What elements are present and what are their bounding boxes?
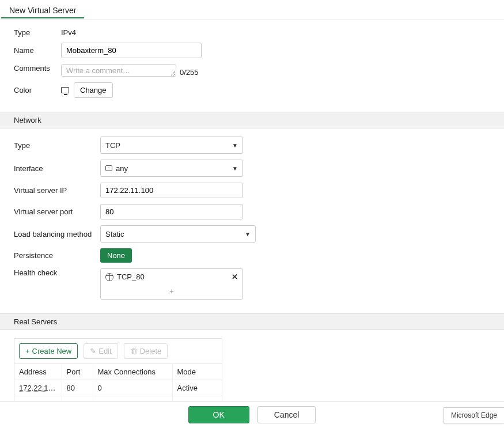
name-input[interactable] — [61, 43, 202, 58]
chevron-down-icon: ▼ — [245, 231, 251, 237]
network-header: Network — [0, 112, 504, 128]
persistence-chip[interactable]: None — [100, 248, 132, 263]
vip-label: Virtual server IP — [14, 186, 100, 195]
cell-port: 80 — [62, 380, 93, 396]
create-new-label: Create New — [32, 347, 72, 355]
net-type-select[interactable]: TCP ▼ — [100, 137, 243, 154]
delete-label: Delete — [140, 347, 162, 355]
lb-method-label: Load balancing method — [14, 230, 100, 238]
realservers-header: Real Servers — [0, 313, 504, 330]
vip-input[interactable] — [100, 183, 243, 198]
cell-maxconn: 0 — [93, 380, 172, 396]
type-value: IPv4 — [61, 28, 76, 37]
col-port[interactable]: Port — [62, 364, 93, 380]
cell-address: 172.22.11… — [14, 380, 62, 396]
net-type-value: TCP — [105, 141, 120, 150]
edit-button[interactable]: ✎ Edit — [84, 343, 118, 359]
chevron-down-icon: ▼ — [232, 142, 238, 149]
lb-method-value: Static — [105, 230, 124, 238]
trash-icon: 🗑 — [130, 347, 138, 355]
color-label: Color — [14, 86, 61, 94]
vport-label: Virtual server port — [14, 207, 100, 216]
edit-label: Edit — [98, 347, 111, 355]
name-label: Name — [14, 46, 61, 55]
interface-select[interactable]: any ▼ — [100, 160, 243, 177]
browser-tooltip: Microsoft Edge — [444, 407, 504, 423]
cancel-button[interactable]: Cancel — [257, 406, 316, 423]
table-row[interactable]: 172.22.11… 80 0 Active — [14, 380, 222, 396]
page-title: New Virtual Server — [1, 2, 84, 18]
col-maxconn[interactable]: Max Connections — [93, 364, 172, 380]
interface-icon — [105, 165, 112, 171]
cell-mode: Active — [172, 380, 222, 396]
ok-button[interactable]: OK — [188, 406, 249, 423]
healthcheck-label: Health check — [14, 268, 100, 277]
globe-icon — [105, 273, 113, 281]
chevron-down-icon: ▼ — [232, 165, 238, 172]
healthcheck-item[interactable]: TCP_80 — [117, 272, 145, 281]
monitor-icon — [61, 87, 69, 93]
lb-method-select[interactable]: Static ▼ — [100, 225, 256, 243]
color-change-button[interactable]: Change — [74, 82, 113, 98]
healthcheck-box: TCP_80 ✕ + — [100, 268, 243, 300]
create-new-button[interactable]: + Create New — [19, 343, 78, 359]
persistence-label: Persistence — [14, 251, 100, 260]
delete-button[interactable]: 🗑 Delete — [124, 343, 168, 359]
comments-textarea[interactable] — [61, 64, 176, 77]
pencil-icon: ✎ — [90, 347, 96, 355]
interface-label: Interface — [14, 164, 100, 173]
plus-icon: + — [25, 347, 30, 355]
healthcheck-add-button[interactable]: + — [101, 285, 242, 299]
col-mode[interactable]: Mode — [172, 364, 222, 380]
interface-value: any — [116, 164, 128, 173]
healthcheck-remove-icon[interactable]: ✕ — [232, 272, 238, 281]
comments-label: Comments — [14, 64, 61, 73]
comments-counter: 0/255 — [180, 68, 199, 77]
vport-input[interactable] — [100, 204, 243, 219]
col-address[interactable]: Address — [14, 364, 62, 380]
table-header-row: Address Port Max Connections Mode — [14, 364, 222, 380]
type-label: Type — [14, 28, 61, 37]
footer-bar: OK Cancel — [0, 401, 504, 428]
net-type-label: Type — [14, 141, 100, 150]
